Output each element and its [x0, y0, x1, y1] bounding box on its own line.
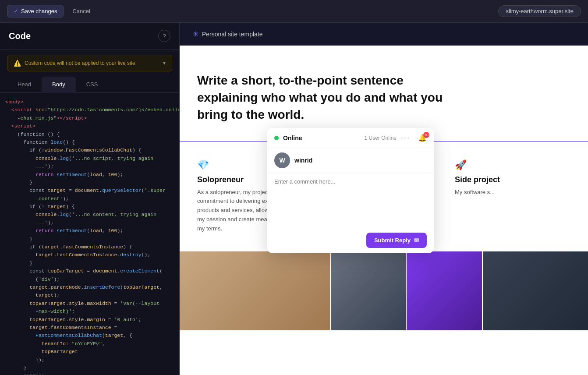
left-panel: Code ? ⚠️ Custom code will not be applie…	[0, 23, 180, 375]
save-button[interactable]: ✓ Save changes	[7, 5, 64, 18]
avatar: W	[274, 152, 290, 168]
person-photo	[331, 251, 406, 330]
comment-footer: Submit Reply ✉	[267, 229, 434, 253]
feature-title-side-project: Side project	[455, 175, 570, 184]
comment-widget-header: Online 1 User Online ··· 🔔 10	[267, 128, 434, 148]
warning-text: Custom code will not be applied to your …	[25, 60, 135, 66]
right-panel: ✳ Personal site template Write a short, …	[180, 23, 588, 375]
purple-photo	[407, 251, 482, 330]
cancel-button[interactable]: Cancel	[68, 5, 94, 17]
warning-content: ⚠️ Custom code will not be applied to yo…	[14, 60, 135, 67]
site-name: Personal site template	[202, 31, 263, 38]
tab-css[interactable]: CSS	[76, 77, 109, 93]
send-icon: ✉	[414, 237, 419, 244]
notification-badge: 10	[423, 132, 429, 138]
site-url: slimy-earthworm.super.site	[498, 5, 581, 17]
comment-input[interactable]	[274, 178, 427, 222]
user-online-count: 1 User Online	[365, 135, 397, 141]
feature-desc-side-project: My software s...	[455, 188, 570, 197]
preview-topbar: ✳ Personal site template	[180, 23, 588, 46]
tab-head[interactable]: Head	[7, 77, 42, 93]
tab-body[interactable]: Body	[42, 77, 76, 93]
warning-icon: ⚠️	[14, 60, 21, 67]
preview-nav: ✳ Personal site template	[193, 30, 263, 38]
hero-text: Write a short, to-the-point sentence exp…	[197, 72, 460, 124]
asterisk-icon: ✳	[193, 30, 198, 38]
notification-bell-icon[interactable]: 🔔 10	[418, 134, 427, 142]
tab-bar: Head Body CSS	[0, 77, 179, 93]
online-label: Online	[283, 134, 360, 142]
comment-widget: Online 1 User Online ··· 🔔 10 W winrid	[267, 128, 434, 253]
feature-card-side-project: 🚀 Side project My software s...	[455, 159, 570, 233]
check-icon: ✓	[14, 8, 18, 14]
user-name: winrid	[294, 157, 312, 164]
toolbar: ✓ Save changes Cancel slimy-earthworm.su…	[0, 0, 588, 23]
rocket-icon: 🚀	[455, 159, 570, 171]
code-editor[interactable]: <body> <script src="https://cdn.fastcomm…	[0, 93, 179, 375]
panel-header: Code ?	[0, 23, 179, 50]
chevron-down-icon[interactable]: ▾	[163, 60, 166, 66]
main-layout: Code ? ⚠️ Custom code will not be applie…	[0, 23, 588, 375]
submit-reply-button[interactable]: Submit Reply ✉	[366, 233, 427, 248]
more-menu-icon[interactable]: ···	[401, 133, 410, 142]
comment-body	[267, 173, 434, 229]
photos-section	[180, 251, 588, 330]
help-button[interactable]: ?	[158, 30, 170, 42]
dark-photo	[483, 251, 588, 330]
comment-user-row: W winrid	[267, 148, 434, 173]
warning-bar: ⚠️ Custom code will not be applied to yo…	[7, 55, 172, 71]
panel-title: Code	[9, 31, 31, 41]
preview-hero: Write a short, to-the-point sentence exp…	[180, 46, 588, 142]
desk-photo	[180, 251, 330, 330]
online-dot	[274, 136, 279, 140]
